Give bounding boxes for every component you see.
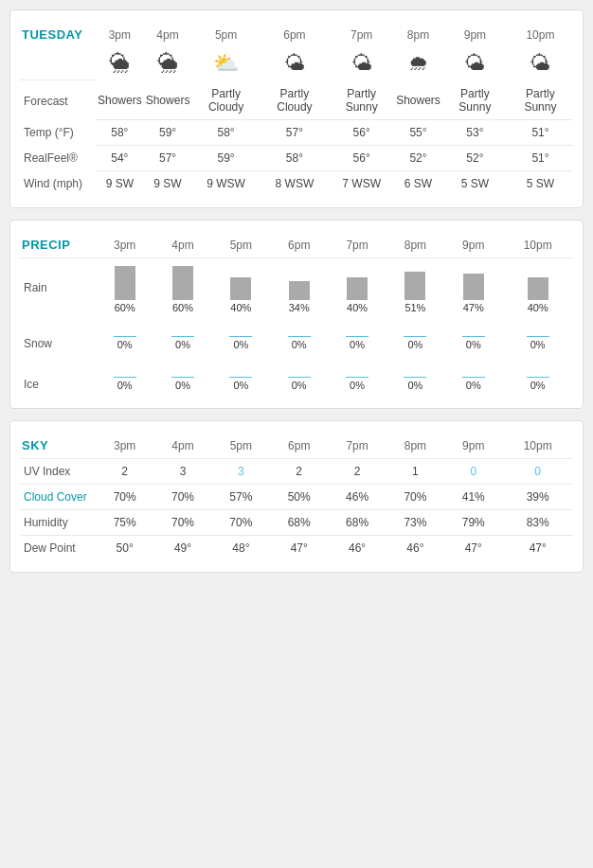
forecast-title: TUESDAY [22,27,82,42]
weather-icon-6: 🌤 [464,51,485,75]
sky-cell-1-1: 70% [153,485,211,510]
sky-cell-1-3: 50% [270,485,328,510]
sky-cell-3-3: 47° [270,536,328,561]
sky-cell-1-7: 39% [502,485,573,510]
weather-icon-3: 🌤 [284,51,305,75]
weather-icon-2: ⛅ [213,51,239,75]
sky-card: SKY 3pm 4pm 5pm 6pm 7pm 8pm 9pm 10pm UV … [9,420,584,573]
precip-card: PRECIP 3pm 4pm 5pm 6pm 7pm 8pm 9pm 10pm … [9,220,584,409]
forecast-card: TUESDAY 3pm 4pm 5pm 6pm 7pm 8pm 9pm 10pm… [9,9,584,208]
forecast-cell-0-0: Showers [96,80,144,120]
forecast-cell-2-0: 54° [96,146,144,171]
forecast-cell-3-3: 8 WSW [261,171,329,197]
sky-time-8pm: 8pm [386,433,444,459]
sky-cell-3-6: 47° [444,536,502,561]
rain-bar-cell-7: 40% [502,258,573,316]
sky-cell-2-1: 70% [153,510,211,536]
forecast-time-7pm: 7pm [329,22,394,47]
forecast-cell-3-0: 9 SW [96,171,144,197]
forecast-cell-0-7: Partly Sunny [508,80,573,120]
forecast-time-5pm: 5pm [191,22,260,47]
ice-cell-2: 0% [212,371,270,397]
weather-icon-5: 🌧 [408,51,429,75]
forecast-cell-0-3: Partly Cloudy [261,80,329,120]
sky-row-label-0: UV Index [20,459,96,485]
sky-time-7pm: 7pm [328,433,386,459]
precip-time-5pm: 5pm [212,232,270,258]
sky-time-4pm: 4pm [153,433,211,459]
sky-time-6pm: 6pm [270,433,328,459]
snow-cell-3: 0% [270,330,328,356]
rain-pct-4: 40% [347,302,368,313]
snow-cell-0: 0% [96,330,153,356]
forecast-time-4pm: 4pm [144,22,192,47]
forecast-cell-0-2: Partly Cloudy [191,80,260,120]
weather-icon-4: 🌤 [351,51,372,75]
forecast-cell-1-7: 51° [508,120,573,146]
ice-cell-3: 0% [270,371,328,397]
sky-row-label-2: Humidity [20,510,96,536]
forecast-cell-3-7: 5 SW [508,171,573,197]
forecast-cell-1-2: 58° [191,120,260,146]
rain-pct-0: 60% [115,302,135,313]
sky-row-label-3: Dew Point [20,536,96,561]
weather-icon-7: 🌤 [530,51,550,75]
rain-bar-cell-6: 47% [444,258,502,316]
forecast-row-label-2: RealFeel® [20,146,96,171]
precip-time-9pm: 9pm [444,232,502,258]
sky-cell-0-6: 0 [444,459,502,485]
snow-pct-5: 0% [407,339,422,350]
forecast-cell-2-5: 52° [394,146,442,171]
sky-cell-0-4: 2 [328,459,386,485]
forecast-cell-2-7: 51° [508,146,573,171]
sky-cell-3-1: 49° [153,536,211,561]
precip-time-4pm: 4pm [153,232,211,258]
sky-time-5pm: 5pm [212,433,270,459]
precip-title: PRECIP [22,238,70,252]
forecast-cell-1-0: 58° [96,120,144,146]
precip-time-3pm: 3pm [96,232,153,258]
forecast-time-8pm: 8pm [394,22,442,47]
snow-pct-6: 0% [466,339,481,350]
forecast-cell-3-1: 9 SW [144,171,192,197]
sky-cell-2-4: 68% [328,510,386,536]
ice-pct-2: 0% [233,380,248,391]
sky-cell-0-5: 1 [386,459,444,485]
forecast-cell-2-2: 59° [191,146,260,171]
sky-title: SKY [22,438,48,452]
rain-pct-1: 60% [172,302,193,313]
sky-time-9pm: 9pm [444,433,502,459]
rain-bar-cell-1: 60% [153,258,211,316]
rain-pct-5: 51% [404,302,425,313]
rain-bar-cell-2: 40% [212,258,270,316]
forecast-row-label-0: Forecast [20,80,96,120]
forecast-cell-2-4: 56° [329,146,394,171]
sky-cell-2-6: 79% [444,510,502,536]
precip-time-10pm: 10pm [502,232,573,258]
snow-pct-4: 0% [350,339,365,350]
sky-cell-0-1: 3 [153,459,211,485]
forecast-cell-1-1: 59° [144,120,192,146]
forecast-cell-3-6: 5 SW [442,171,508,197]
forecast-time-6pm: 6pm [261,22,329,47]
ice-cell-1: 0% [153,371,211,397]
snow-cell-4: 0% [328,330,386,356]
rain-label: Rain [20,258,96,316]
forecast-cell-1-5: 55° [394,120,442,146]
snow-label: Snow [20,330,96,356]
rain-bar-cell-3: 34% [270,258,328,316]
forecast-row-label-1: Temp (°F) [20,120,96,146]
sky-row-label-1: Cloud Cover [20,485,96,510]
forecast-cell-0-4: Partly Sunny [329,80,394,120]
ice-pct-4: 0% [350,380,365,391]
forecast-cell-3-4: 7 WSW [329,171,394,197]
sky-cell-1-0: 70% [96,485,153,510]
ice-pct-7: 0% [530,380,546,391]
weather-icon-1: 🌦 [157,51,178,75]
sky-cell-0-0: 2 [96,459,153,485]
precip-time-6pm: 6pm [270,232,328,258]
ice-label: Ice [20,371,96,397]
snow-pct-1: 0% [175,339,190,350]
ice-cell-5: 0% [386,371,444,397]
precip-time-8pm: 8pm [386,232,444,258]
